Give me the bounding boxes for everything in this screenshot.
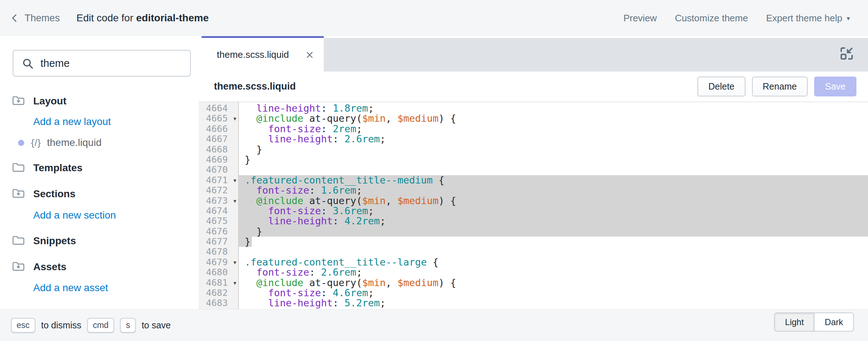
code-line[interactable]: font-size: 1.6rem;: [239, 185, 868, 195]
line-number: 4670: [199, 165, 238, 175]
line-number: 4676: [199, 226, 238, 237]
code-line[interactable]: .featured-content__title--large {: [239, 257, 868, 267]
top-bar: Themes Edit code foreditorial-theme Prev…: [0, 0, 868, 36]
sidebar-folder-snippets[interactable]: Snippets: [0, 233, 199, 249]
line-number: 4665▾: [199, 113, 238, 124]
preview-link[interactable]: Preview: [623, 13, 657, 24]
code-line[interactable]: .featured-content__title--medium {: [239, 175, 868, 185]
line-number: 4683: [199, 298, 238, 308]
rename-button[interactable]: Rename: [752, 77, 808, 96]
tab-bar-filler: [324, 38, 868, 72]
collapse-editor-icon[interactable]: [839, 46, 854, 61]
chevron-down-icon: ▾: [847, 14, 850, 22]
sidebar-link-add-a-new-section[interactable]: Add a new section: [0, 207, 199, 223]
editor-main: theme.scss.liquid theme.scss.liquid Dele…: [199, 36, 868, 309]
back-to-themes-link[interactable]: Themes: [11, 13, 60, 24]
code-line[interactable]: line-height: 2.6rem;: [239, 134, 868, 144]
code-area[interactable]: line-height: 1.8rem; @include at-query($…: [239, 102, 868, 309]
sidebar-file-theme-liquid[interactable]: {/}theme.liquid: [0, 135, 199, 151]
code-line[interactable]: [239, 247, 868, 257]
file-name: theme.liquid: [47, 135, 102, 151]
line-number: 4680: [199, 267, 238, 277]
file-title: theme.scss.liquid: [214, 81, 296, 92]
back-label: Themes: [25, 13, 60, 24]
top-nav: Preview Customize theme Expert theme hel…: [623, 13, 850, 24]
code-line[interactable]: font-size: 2rem;: [239, 124, 868, 134]
close-tab-icon[interactable]: [305, 50, 314, 60]
line-number: 4673▾: [199, 196, 238, 206]
code-line[interactable]: }: [239, 155, 868, 165]
file-actions: Delete Rename Save: [697, 77, 856, 96]
folder-label: Templates: [33, 160, 82, 176]
line-number: 4682: [199, 288, 238, 298]
line-number-gutter: 46644665▾466646674668466946704671▾467246…: [199, 102, 239, 309]
sidebar-link-add-a-new-layout[interactable]: Add a new layout: [0, 114, 199, 130]
code-line[interactable]: }: [239, 237, 868, 247]
code-line[interactable]: line-height: 5.2rem;: [239, 298, 868, 308]
modified-dot: [18, 140, 24, 146]
hint-text: to dismiss: [41, 320, 81, 331]
line-number: 4664: [199, 103, 238, 113]
bottom-bar: escto dismisscmdsto save LightDark: [0, 309, 868, 341]
code-line[interactable]: @include at-query($min, $medium) {: [239, 196, 868, 206]
folder-label: Layout: [33, 93, 66, 109]
code-line[interactable]: }: [239, 144, 868, 155]
fold-arrow-icon[interactable]: ▾: [233, 114, 236, 124]
code-editor[interactable]: 46644665▾466646674668466946704671▾467246…: [199, 102, 868, 309]
save-button[interactable]: Save: [814, 77, 856, 96]
delete-button[interactable]: Delete: [697, 77, 745, 96]
page-title-prefix: Edit code for: [77, 12, 133, 23]
theme-option-dark[interactable]: Dark: [814, 313, 853, 331]
theme-option-light[interactable]: Light: [775, 313, 814, 331]
folder-open-icon: [12, 260, 25, 272]
folder-icon: [12, 234, 25, 246]
line-number: 4681▾: [199, 278, 238, 288]
code-line[interactable]: [239, 165, 868, 175]
page-title-theme-name: editorial-theme: [136, 12, 209, 23]
add-link-label: Add a new section: [33, 207, 116, 223]
expert-theme-help-menu[interactable]: Expert theme help ▾: [766, 13, 850, 24]
hint-text: to save: [142, 320, 171, 331]
sidebar-folder-templates[interactable]: Templates: [0, 160, 199, 176]
line-number: 4669: [199, 155, 238, 165]
sidebar-link-add-a-new-asset[interactable]: Add a new asset: [0, 280, 199, 296]
sidebar-folder-layout[interactable]: Layout: [0, 93, 199, 109]
fold-arrow-icon[interactable]: ▾: [233, 258, 236, 268]
code-line[interactable]: font-size: 2.6rem;: [239, 267, 868, 277]
fold-arrow-icon[interactable]: ▾: [233, 196, 236, 206]
code-line[interactable]: line-height: 4.2rem;: [239, 216, 868, 226]
chevron-left-icon: [11, 14, 20, 22]
key-s: s: [120, 318, 136, 333]
line-number: 4678: [199, 247, 238, 257]
code-line[interactable]: }: [239, 226, 868, 237]
folder-open-icon: [12, 187, 25, 199]
line-number: 4666: [199, 124, 238, 134]
sidebar-folder-sections[interactable]: Sections: [0, 186, 199, 202]
folder-label: Snippets: [33, 233, 76, 249]
code-line[interactable]: line-height: 1.8rem;: [239, 103, 868, 113]
fold-arrow-icon[interactable]: ▾: [233, 176, 236, 186]
line-number: 4672: [199, 185, 238, 195]
file-header: theme.scss.liquid Delete Rename Save: [199, 72, 868, 102]
code-line[interactable]: @include at-query($min, $medium) {: [239, 278, 868, 288]
file-browser-sidebar: LayoutAdd a new layout{/}theme.liquidTem…: [0, 36, 199, 309]
folder-open-icon: [12, 95, 25, 107]
code-line[interactable]: @include at-query($min, $medium) {: [239, 113, 868, 124]
line-number: 4679▾: [199, 257, 238, 267]
file-tree: LayoutAdd a new layout{/}theme.liquidTem…: [0, 36, 199, 309]
add-link-label: Add a new asset: [33, 280, 108, 296]
customize-theme-link[interactable]: Customize theme: [675, 13, 748, 24]
editor-theme-toggle: LightDark: [774, 312, 854, 332]
tab-theme-scss-liquid[interactable]: theme.scss.liquid: [202, 36, 324, 72]
key-cmd: cmd: [87, 318, 114, 333]
fold-arrow-icon[interactable]: ▾: [233, 278, 236, 288]
sidebar-folder-assets[interactable]: Assets: [0, 259, 199, 275]
line-number: 4674: [199, 206, 238, 216]
code-line[interactable]: font-size: 3.6rem;: [239, 206, 868, 216]
code-line[interactable]: font-size: 4.6rem;: [239, 288, 868, 298]
folder-icon: [12, 161, 25, 173]
folder-label: Sections: [33, 186, 76, 202]
line-number: 4677: [199, 237, 238, 247]
key-esc: esc: [11, 318, 35, 333]
keyboard-hints: escto dismisscmdsto save: [11, 310, 171, 341]
